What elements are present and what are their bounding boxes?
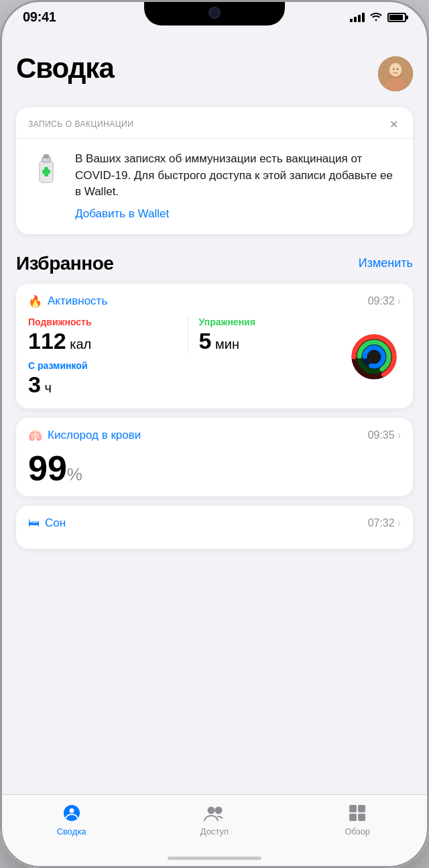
favorites-header: Избранное Изменить bbox=[16, 253, 413, 274]
sharing-tab-label: Доступ bbox=[200, 826, 229, 836]
svg-point-5 bbox=[397, 68, 398, 70]
edit-button[interactable]: Изменить bbox=[359, 256, 413, 270]
activity-icon: 🔥 bbox=[28, 294, 42, 309]
browse-tab-label: Обзор bbox=[345, 826, 371, 836]
wallet-link[interactable]: Добавить в Wallet bbox=[75, 207, 169, 220]
mobility-value: 112 кал bbox=[28, 329, 177, 354]
sleep-icon: 🛏 bbox=[28, 517, 40, 530]
blood-oxygen-title: 🫁 Кислород в крови bbox=[28, 429, 141, 443]
activity-ring bbox=[347, 317, 401, 398]
activity-metrics: Подвижность 112 кал Упражнения 5 мин bbox=[28, 317, 347, 398]
warmup-row: С разминкой 3 ч bbox=[28, 360, 347, 397]
close-button[interactable]: ✕ bbox=[386, 117, 401, 131]
activity-title: 🔥 Активность bbox=[28, 294, 107, 309]
blood-oxygen-unit: % bbox=[67, 464, 82, 484]
sleep-header: 🛏 Сон 07:32 › bbox=[28, 517, 401, 530]
metrics-row: Подвижность 112 кал Упражнения 5 мин bbox=[28, 317, 347, 354]
card-header: ЗАПИСЬ О ВАКЦИНАЦИИ ✕ bbox=[16, 107, 413, 139]
sleep-time: 07:32 › bbox=[368, 517, 401, 529]
screen-content: Сводка bbox=[0, 40, 429, 794]
card-body: В Ваших записях об иммунизации есть вакц… bbox=[16, 139, 413, 234]
warmup-value: 3 ч bbox=[28, 372, 347, 397]
activity-time: 09:32 › bbox=[368, 295, 401, 307]
blood-oxygen-card[interactable]: 🫁 Кислород в крови 09:35 › 99% bbox=[16, 418, 413, 496]
vaccination-card: ЗАПИСЬ О ВАКЦИНАЦИИ ✕ В Ваши bbox=[16, 107, 413, 234]
sharing-tab-icon bbox=[202, 803, 227, 823]
exercise-col: Упражнения 5 мин bbox=[188, 317, 348, 354]
svg-rect-23 bbox=[358, 814, 365, 821]
status-icons bbox=[350, 11, 406, 23]
tab-browse[interactable]: Обзор bbox=[286, 803, 429, 836]
svg-rect-22 bbox=[349, 814, 357, 821]
home-indicator bbox=[168, 857, 261, 860]
battery-icon bbox=[387, 13, 406, 22]
svg-rect-10 bbox=[42, 170, 50, 174]
vaccine-icon bbox=[28, 151, 64, 187]
blood-oxygen-header: 🫁 Кислород в крови 09:35 › bbox=[28, 429, 401, 443]
activity-data: Подвижность 112 кал Упражнения 5 мин bbox=[28, 317, 401, 398]
chevron-icon: › bbox=[397, 517, 401, 529]
card-text: В Ваших записях об иммунизации есть вакц… bbox=[75, 151, 401, 221]
summary-tab-label: Сводка bbox=[57, 826, 86, 836]
blood-oxygen-value: 99 bbox=[28, 449, 67, 488]
wifi-icon bbox=[370, 11, 382, 23]
svg-rect-21 bbox=[358, 805, 365, 812]
activity-card[interactable]: 🔥 Активность 09:32 › Подвижность 112 кал bbox=[16, 284, 413, 409]
page-title: Сводка bbox=[16, 54, 114, 83]
mobility-label: Подвижность bbox=[28, 317, 177, 327]
mobility-col: Подвижность 112 кал bbox=[28, 317, 177, 354]
phone-frame: 09:41 Сводка bbox=[0, 0, 429, 868]
exercise-value: 5 мин bbox=[199, 329, 348, 354]
svg-point-19 bbox=[214, 807, 222, 814]
warmup-label: С разминкой bbox=[28, 360, 347, 371]
exercise-label: Упражнения bbox=[199, 317, 348, 327]
blood-oxygen-label: Кислород в крови bbox=[48, 429, 141, 442]
activity-header: 🔥 Активность 09:32 › bbox=[28, 294, 401, 309]
activity-label: Активность bbox=[48, 294, 107, 308]
notch bbox=[144, 0, 285, 25]
browse-tab-icon bbox=[345, 803, 370, 823]
header: Сводка bbox=[16, 54, 413, 91]
signal-icon bbox=[350, 13, 365, 22]
svg-point-4 bbox=[393, 68, 394, 70]
svg-rect-20 bbox=[349, 805, 357, 812]
blood-oxygen-icon: 🫁 bbox=[28, 429, 42, 443]
sleep-label: Сон bbox=[45, 517, 66, 530]
chevron-icon: › bbox=[397, 295, 401, 307]
summary-tab-icon bbox=[59, 803, 84, 823]
card-label: ЗАПИСЬ О ВАКЦИНАЦИИ bbox=[28, 119, 133, 129]
chevron-icon: › bbox=[397, 429, 401, 441]
blood-oxygen-time: 09:35 › bbox=[368, 429, 401, 441]
svg-point-3 bbox=[389, 63, 402, 76]
camera bbox=[208, 7, 221, 19]
card-description: В Ваших записях об иммунизации есть вакц… bbox=[75, 151, 401, 201]
ring-svg bbox=[349, 331, 400, 382]
section-title: Избранное bbox=[16, 253, 113, 274]
avatar-image bbox=[378, 56, 413, 91]
svg-rect-8 bbox=[44, 154, 49, 158]
svg-point-18 bbox=[207, 807, 214, 814]
avatar[interactable] bbox=[378, 56, 413, 91]
tab-sharing[interactable]: Доступ bbox=[143, 803, 286, 836]
sleep-title: 🛏 Сон bbox=[28, 517, 66, 530]
sleep-card[interactable]: 🛏 Сон 07:32 › bbox=[16, 506, 413, 549]
blood-oxygen-value-row: 99% bbox=[28, 451, 401, 486]
tab-summary[interactable]: Сводка bbox=[0, 803, 143, 836]
status-time: 09:41 bbox=[23, 9, 56, 25]
